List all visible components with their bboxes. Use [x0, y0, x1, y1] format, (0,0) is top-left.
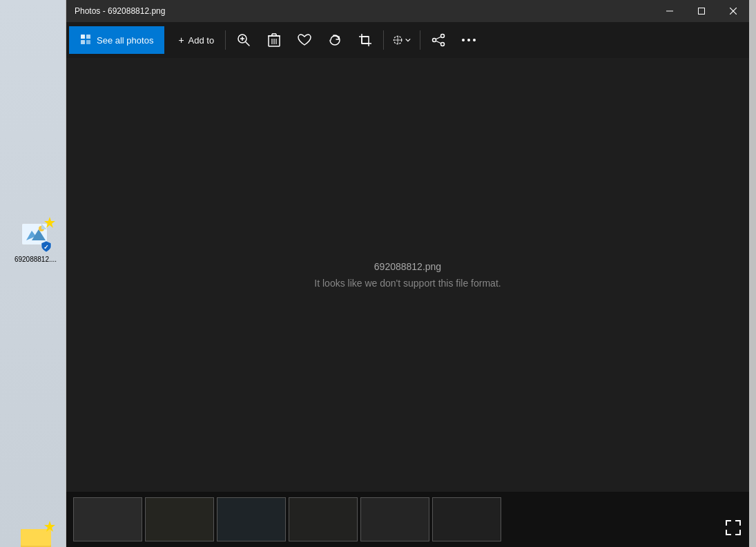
minimize-icon: [666, 8, 673, 15]
svg-point-41: [433, 39, 436, 42]
file-icon-label: 692088812....: [14, 256, 57, 263]
share-button[interactable]: [423, 26, 454, 54]
share-icon: [432, 33, 445, 47]
zoom-icon: [237, 33, 251, 47]
svg-rect-11: [666, 11, 673, 12]
enhance-icon: [392, 33, 403, 47]
thumbnail-1[interactable]: [73, 497, 142, 541]
svg-point-47: [473, 39, 476, 41]
folder-badge: [44, 521, 55, 535]
crop-icon: [358, 33, 372, 47]
more-icon: [462, 39, 476, 41]
svg-rect-34: [362, 37, 369, 44]
delete-icon: [268, 33, 280, 47]
desktop-background: [0, 0, 66, 547]
plus-icon: +: [178, 35, 184, 46]
thumbnail-2[interactable]: [145, 497, 214, 541]
svg-rect-17: [81, 40, 85, 44]
photos-window: Photos - 692088812.png: [66, 0, 749, 547]
crop-button[interactable]: [350, 26, 380, 54]
svg-marker-10: [44, 521, 55, 532]
separator-3: [420, 30, 420, 50]
svg-line-44: [436, 41, 440, 44]
folder-icon-image: [19, 524, 52, 547]
see-all-photos-button[interactable]: See all photos: [69, 26, 164, 54]
shield-icon: ✓: [40, 240, 52, 253]
svg-point-31: [330, 35, 340, 45]
rotate-button[interactable]: [320, 26, 350, 54]
thumbnail-4[interactable]: [289, 497, 358, 541]
svg-rect-18: [86, 40, 90, 44]
minimize-button[interactable]: [654, 0, 686, 22]
see-all-photos-label: See all photos: [97, 35, 153, 46]
badge-icon: [44, 217, 55, 228]
error-filename: 692088812.png: [374, 261, 441, 272]
close-button[interactable]: [717, 0, 749, 22]
svg-point-40: [441, 35, 445, 38]
window-controls: [654, 0, 749, 22]
thumbnail-5[interactable]: [360, 497, 429, 541]
svg-point-45: [462, 39, 465, 41]
thumbnail-6[interactable]: [432, 497, 501, 541]
svg-point-42: [441, 43, 445, 46]
content-area: 692088812.png It looks like we don't sup…: [66, 58, 749, 492]
svg-line-20: [246, 42, 249, 46]
file-icon-image: ✓: [19, 220, 52, 253]
error-message: It looks like we don't support this file…: [314, 278, 501, 289]
svg-rect-12: [699, 8, 705, 15]
photos-toolbar-icon: [80, 34, 91, 45]
svg-marker-6: [44, 217, 55, 228]
delete-button[interactable]: [259, 26, 289, 54]
favorite-button[interactable]: [289, 26, 320, 54]
enhance-button[interactable]: [387, 26, 417, 54]
rotate-icon: [328, 33, 342, 47]
fullscreen-button[interactable]: [726, 520, 741, 539]
toolbar: See all photos + Add to: [66, 22, 749, 58]
close-icon: [730, 8, 737, 15]
desktop-icon-folder[interactable]: [6, 518, 65, 547]
photos-icon: [80, 34, 91, 47]
separator-1: [225, 30, 226, 50]
bottom-strip: [66, 492, 749, 547]
add-to-label: Add to: [188, 35, 215, 46]
thumbnail-3[interactable]: [217, 497, 286, 541]
maximize-button[interactable]: [686, 0, 717, 22]
svg-point-46: [467, 39, 470, 41]
add-to-button[interactable]: + Add to: [170, 26, 222, 54]
svg-rect-15: [81, 35, 85, 39]
separator-2: [383, 30, 384, 50]
fullscreen-icon: [726, 520, 741, 535]
svg-text:✓: ✓: [43, 244, 49, 251]
more-button[interactable]: [454, 26, 484, 54]
zoom-button[interactable]: [229, 26, 259, 54]
svg-line-43: [436, 37, 440, 39]
desktop-icon-file[interactable]: ✓ 692088812....: [3, 214, 68, 269]
window-title: Photos - 692088812.png: [75, 6, 165, 16]
title-bar: Photos - 692088812.png: [66, 0, 749, 22]
heart-icon: [298, 34, 311, 46]
maximize-icon: [698, 8, 705, 15]
chevron-down-icon: [405, 36, 411, 44]
svg-rect-16: [86, 35, 90, 39]
